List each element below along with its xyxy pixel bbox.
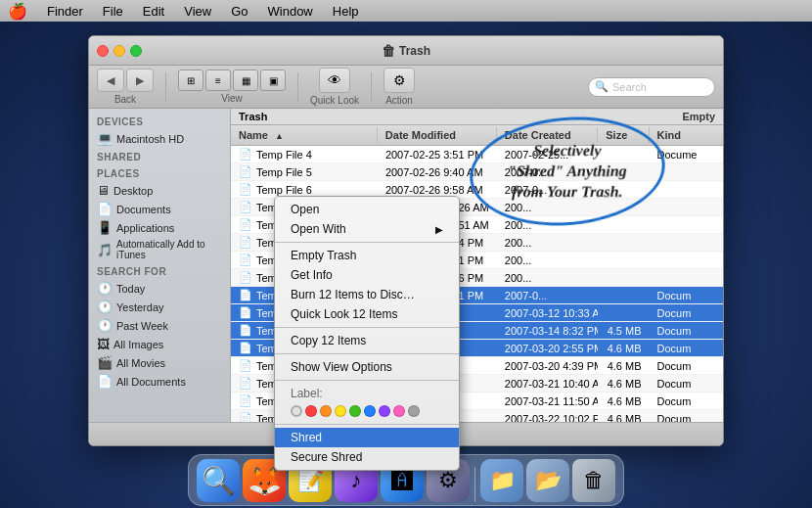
file-name-cell: 📄 Temp File 4 <box>231 148 378 161</box>
color-dot-pink[interactable] <box>393 405 405 417</box>
ctx-secure-shred[interactable]: Secure Shred <box>275 447 459 467</box>
sidebar-item-macintosh[interactable]: 💻 Macintosh HD <box>89 129 230 148</box>
devices-header: DEVICES <box>89 113 230 129</box>
apple-menu[interactable]: 🍎 <box>8 2 27 21</box>
sidebar-item-today[interactable]: 🕐 Today <box>89 279 230 298</box>
ctx-open[interactable]: Open <box>275 200 459 219</box>
sidebar-item-pastweek[interactable]: 🕐 Past Week <box>89 316 230 335</box>
file-size-cell: 4.6 MB <box>598 360 649 372</box>
empty-button[interactable]: Empty <box>682 111 715 122</box>
callout-line3: from Your Trash. <box>508 181 627 202</box>
color-dot-green[interactable] <box>349 405 361 417</box>
color-dot-red[interactable] <box>305 405 317 417</box>
forward-button[interactable]: ▶ <box>126 69 154 92</box>
file-name-cell: 📄 Temp File 5 <box>231 165 378 178</box>
file-doc-icon: 📄 <box>239 394 252 407</box>
sidebar-item-desktop[interactable]: 🖥 Desktop <box>89 181 230 200</box>
action-button[interactable]: ⚙ <box>383 68 415 93</box>
quicklook-label: Quick Look <box>310 95 359 106</box>
ctx-open-with[interactable]: Open With ▶ <box>275 219 459 239</box>
file-doc-icon: 📄 <box>239 218 252 231</box>
dock-trash[interactable]: 🗑 <box>572 459 615 502</box>
dock-finder[interactable]: 🔍 <box>197 459 240 502</box>
sort-icon: ▲ <box>275 131 284 141</box>
file-size-cell: 4.6 MB <box>598 378 649 390</box>
view-list-btn[interactable]: ≡ <box>205 69 231 91</box>
search-box[interactable]: 🔍 Search <box>588 77 715 97</box>
file-doc-icon: 📄 <box>239 412 252 422</box>
ctx-get-info[interactable]: Get Info <box>275 265 459 285</box>
menu-edit[interactable]: Edit <box>139 4 168 19</box>
sidebar-item-yesterday[interactable]: 🕐 Yesterday <box>89 298 230 316</box>
sidebar-item-movies[interactable]: 🎬 All Movies <box>89 353 230 372</box>
movies-icon: 🎬 <box>97 355 113 370</box>
menu-window[interactable]: Window <box>264 4 317 19</box>
menu-help[interactable]: Help <box>329 4 363 19</box>
sidebar-item-itunes[interactable]: 🎵 Automatically Add to iTunes <box>89 237 230 262</box>
file-created-cell: 200... <box>497 237 598 249</box>
color-dot-orange[interactable] <box>320 405 332 417</box>
file-doc-icon: 📄 <box>239 271 252 284</box>
sidebar-item-label: Yesterday <box>116 301 164 313</box>
view-icon-btn[interactable]: ⊞ <box>178 69 203 91</box>
ctx-quicklook[interactable]: Quick Look 12 Items <box>275 304 459 324</box>
color-dot-yellow[interactable] <box>335 405 346 417</box>
menu-file[interactable]: File <box>99 4 127 19</box>
col-modified-header[interactable]: Date Modified <box>378 127 497 143</box>
minimize-button[interactable] <box>113 45 125 57</box>
sidebar-item-documents[interactable]: 📄 Documents <box>89 200 230 218</box>
ctx-view-options[interactable]: Show View Options <box>275 357 459 377</box>
file-doc-icon: 📄 <box>239 183 252 196</box>
menu-view[interactable]: View <box>180 4 215 19</box>
file-created-cell: 200... <box>497 254 598 266</box>
trash-folder-label: Trash <box>239 111 267 122</box>
places-header: PLACES <box>89 164 230 181</box>
finder-dock-icon: 🔍 <box>202 465 236 497</box>
close-button[interactable] <box>97 45 109 57</box>
file-name-text: Temp File 6 <box>256 184 312 196</box>
file-doc-icon: 📄 <box>239 254 252 266</box>
color-dot-blue[interactable] <box>364 405 376 417</box>
file-name-cell: 📄 Temp File 6 <box>231 183 378 196</box>
sidebar-item-alldocs[interactable]: 📄 All Documents <box>89 372 230 391</box>
applications-icon: 📱 <box>97 220 113 235</box>
file-created-cell: 2007-03-12 10:33 AM <box>497 307 598 319</box>
menu-go[interactable]: Go <box>227 4 251 19</box>
color-dot-gray[interactable] <box>408 405 420 417</box>
images-icon: 🖼 <box>97 337 110 351</box>
quicklook-button[interactable]: 👁 <box>319 68 350 93</box>
back-button[interactable]: ◀ <box>97 69 124 92</box>
file-created-cell: 2007-03-22 10:02 PM <box>497 413 598 423</box>
ctx-sep-1 <box>275 242 459 243</box>
ctx-burn[interactable]: Burn 12 Items to Disc… <box>275 285 459 304</box>
dock-folder2[interactable]: 📂 <box>526 459 569 502</box>
sidebar-item-applications[interactable]: 📱 Applications <box>89 218 230 237</box>
ctx-empty-trash[interactable]: Empty Trash <box>275 246 459 265</box>
file-name-text: Temp File 4 <box>256 149 312 161</box>
sidebar-item-label: Past Week <box>116 320 168 332</box>
color-dot-purple[interactable] <box>379 405 390 417</box>
sidebar-item-images[interactable]: 🖼 All Images <box>89 335 230 353</box>
file-created-cell: 2007-03-20 2:55 PM <box>497 343 598 354</box>
dock-folder1[interactable]: 📁 <box>480 459 523 502</box>
color-dot-none[interactable] <box>291 405 302 417</box>
view-section: ⊞ ≡ ▦ ▣ View <box>178 69 286 104</box>
col-kind-header[interactable]: Kind <box>650 127 723 143</box>
view-column-btn[interactable]: ▦ <box>233 69 258 91</box>
sidebar-item-label: All Documents <box>116 376 186 388</box>
file-created-cell: 2007-03-21 10:40 AM <box>497 378 598 390</box>
ctx-copy[interactable]: Copy 12 Items <box>275 331 459 350</box>
ctx-sep-2 <box>275 327 459 328</box>
menu-finder[interactable]: Finder <box>43 4 87 19</box>
file-doc-icon: 📄 <box>239 148 252 161</box>
col-name-header[interactable]: Name ▲ <box>231 127 378 143</box>
file-doc-icon: 📄 <box>239 289 252 301</box>
file-kind-cell: Docum <box>650 395 724 407</box>
sidebar: DEVICES 💻 Macintosh HD SHARED PLACES 🖥 D… <box>89 109 231 422</box>
col-modified-label: Date Modified <box>385 129 456 141</box>
ctx-shred[interactable]: Shred <box>275 428 459 447</box>
file-size-cell: 4.6 MB <box>598 343 649 354</box>
maximize-button[interactable] <box>130 45 142 57</box>
documents-icon: 📄 <box>97 202 113 216</box>
view-cover-btn[interactable]: ▣ <box>260 69 286 91</box>
